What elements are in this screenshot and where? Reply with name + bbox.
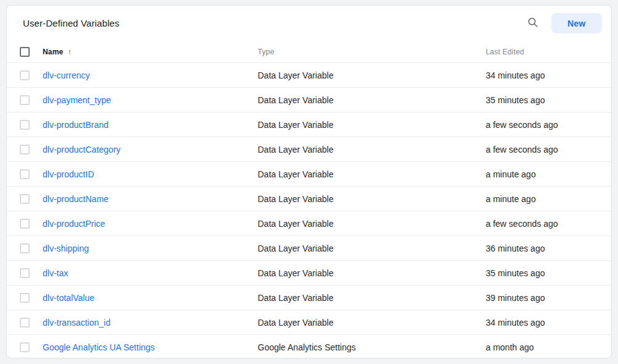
variable-last-edited: 36 minutes ago bbox=[486, 243, 611, 253]
variable-type: Data Layer Variable bbox=[258, 219, 486, 229]
variable-type: Data Layer Variable bbox=[258, 120, 486, 130]
row-checkbox-cell bbox=[20, 95, 30, 105]
variable-type: Data Layer Variable bbox=[258, 268, 486, 278]
table-body: dlv-currency Data Layer Variable 34 minu… bbox=[7, 62, 611, 358]
variable-type: Data Layer Variable bbox=[258, 293, 486, 303]
variable-name-link[interactable]: dlv-tax bbox=[43, 268, 68, 278]
select-all-cell bbox=[20, 47, 30, 57]
variable-last-edited: 39 minutes ago bbox=[486, 293, 611, 303]
table-row: dlv-productBrand Data Layer Variable a f… bbox=[7, 112, 611, 137]
column-header-last-edited: Last Edited bbox=[486, 48, 611, 56]
table-row: dlv-totalValue Data Layer Variable 39 mi… bbox=[7, 285, 611, 310]
table-row: dlv-productName Data Layer Variable a mi… bbox=[7, 186, 611, 211]
variable-name-link[interactable]: dlv-productCategory bbox=[43, 145, 121, 154]
column-header-type: Type bbox=[258, 48, 486, 56]
row-checkbox[interactable] bbox=[20, 120, 30, 130]
variable-name-link[interactable]: dlv-transaction_id bbox=[43, 318, 111, 328]
row-checkbox-cell bbox=[20, 169, 30, 179]
row-checkbox-cell bbox=[20, 219, 30, 229]
row-checkbox[interactable] bbox=[20, 95, 30, 105]
variable-type: Data Layer Variable bbox=[258, 318, 486, 328]
variable-name-link[interactable]: dlv-productID bbox=[43, 169, 94, 179]
table-row: dlv-transaction_id Data Layer Variable 3… bbox=[7, 310, 611, 334]
variable-type: Data Layer Variable bbox=[258, 243, 486, 253]
row-checkbox[interactable] bbox=[20, 342, 30, 352]
column-header-name[interactable]: Name bbox=[43, 48, 63, 56]
row-checkbox[interactable] bbox=[20, 70, 30, 80]
new-button[interactable]: New bbox=[551, 13, 602, 33]
variable-type: Data Layer Variable bbox=[258, 70, 486, 80]
row-checkbox[interactable] bbox=[20, 293, 30, 303]
variable-type: Google Analytics Settings bbox=[258, 342, 486, 352]
variable-name-link[interactable]: dlv-totalValue bbox=[43, 293, 95, 303]
table-row: dlv-productID Data Layer Variable a minu… bbox=[7, 161, 611, 186]
variable-type: Data Layer Variable bbox=[258, 145, 486, 154]
variable-last-edited: 35 minutes ago bbox=[486, 95, 611, 105]
table-row: dlv-shipping Data Layer Variable 36 minu… bbox=[7, 235, 611, 260]
row-checkbox[interactable] bbox=[20, 145, 30, 154]
search-icon bbox=[527, 16, 539, 30]
row-checkbox-cell bbox=[20, 70, 30, 80]
variable-name-link[interactable]: dlv-shipping bbox=[43, 243, 89, 253]
variable-last-edited: a few seconds ago bbox=[486, 145, 611, 154]
variable-last-edited: 34 minutes ago bbox=[486, 70, 611, 80]
variable-last-edited: a minute ago bbox=[486, 194, 611, 204]
variable-name-link[interactable]: Google Analytics UA Settings bbox=[43, 342, 154, 352]
card-header: User-Defined Variables New bbox=[7, 6, 611, 41]
user-defined-variables-card: User-Defined Variables New Name ↑ Type L… bbox=[6, 5, 612, 358]
select-all-checkbox[interactable] bbox=[20, 47, 30, 57]
variable-type: Data Layer Variable bbox=[258, 95, 486, 105]
table-row: dlv-productPrice Data Layer Variable a f… bbox=[7, 211, 611, 235]
table-row: dlv-payment_type Data Layer Variable 35 … bbox=[7, 87, 611, 112]
row-checkbox[interactable] bbox=[20, 219, 30, 229]
page-title: User-Defined Variables bbox=[23, 18, 525, 28]
variable-type: Data Layer Variable bbox=[258, 194, 486, 204]
variable-name-link[interactable]: dlv-currency bbox=[43, 70, 90, 80]
variable-last-edited: a few seconds ago bbox=[486, 120, 611, 130]
variable-last-edited: a month ago bbox=[486, 342, 611, 352]
row-checkbox-cell bbox=[20, 243, 30, 253]
sort-ascending-icon[interactable]: ↑ bbox=[67, 47, 72, 56]
table-row: dlv-currency Data Layer Variable 34 minu… bbox=[7, 62, 611, 87]
variable-last-edited: a minute ago bbox=[486, 169, 611, 179]
row-checkbox-cell bbox=[20, 342, 30, 352]
row-checkbox[interactable] bbox=[20, 169, 30, 179]
row-checkbox-cell bbox=[20, 268, 30, 278]
table-row: Google Analytics UA Settings Google Anal… bbox=[7, 334, 611, 358]
variable-last-edited: 35 minutes ago bbox=[486, 268, 611, 278]
variable-name-link[interactable]: dlv-productPrice bbox=[43, 219, 105, 229]
row-checkbox-cell bbox=[20, 120, 30, 130]
row-checkbox[interactable] bbox=[20, 243, 30, 253]
variable-name-link[interactable]: dlv-productBrand bbox=[43, 120, 109, 130]
variable-last-edited: a few seconds ago bbox=[486, 219, 611, 229]
variable-type: Data Layer Variable bbox=[258, 169, 486, 179]
row-checkbox[interactable] bbox=[20, 268, 30, 278]
row-checkbox-cell bbox=[20, 318, 30, 328]
row-checkbox-cell bbox=[20, 293, 30, 303]
table-header-row: Name ↑ Type Last Edited bbox=[7, 41, 611, 62]
table-row: dlv-tax Data Layer Variable 35 minutes a… bbox=[7, 260, 611, 285]
table-row: dlv-productCategory Data Layer Variable … bbox=[7, 137, 611, 161]
variable-name-link[interactable]: dlv-payment_type bbox=[43, 95, 111, 105]
row-checkbox-cell bbox=[20, 194, 30, 204]
row-checkbox[interactable] bbox=[20, 318, 30, 328]
variable-name-link[interactable]: dlv-productName bbox=[43, 194, 109, 204]
search-button[interactable] bbox=[525, 16, 540, 31]
variable-last-edited: 34 minutes ago bbox=[486, 318, 611, 328]
row-checkbox[interactable] bbox=[20, 194, 30, 204]
row-checkbox-cell bbox=[20, 145, 30, 154]
